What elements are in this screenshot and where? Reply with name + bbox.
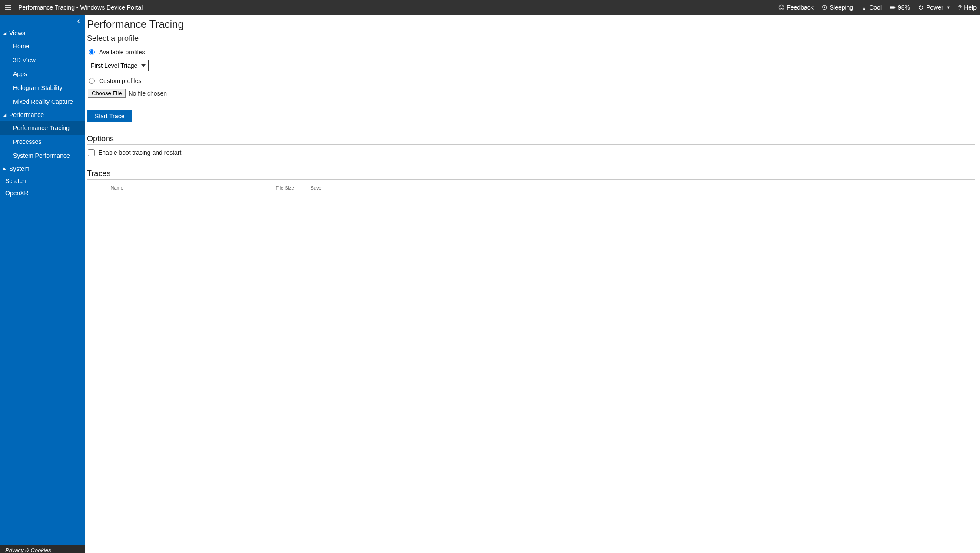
nav-group-label: Performance [9,111,44,118]
nav-group-label: Views [9,30,25,37]
th-blank[interactable] [87,184,107,192]
th-file-size[interactable]: File Size [272,184,307,192]
nav-item-openxr[interactable]: OpenXR [0,187,85,199]
profile-select[interactable]: First Level Triage [88,60,149,71]
file-status-text: No file chosen [128,90,167,97]
svg-point-0 [779,5,784,10]
nav-item-apps[interactable]: Apps [0,67,85,81]
radio-available-profiles[interactable]: Available profiles [89,49,975,56]
help-button[interactable]: ? Help [958,4,977,11]
thermal-status[interactable]: Cool [861,4,882,11]
radio-custom-label: Custom profiles [99,77,141,84]
traces-table: Name File Size Save [87,184,975,192]
chevron-down-icon: ▼ [947,5,950,10]
svg-rect-5 [890,7,894,8]
nav-group-label: System [9,165,30,172]
thermal-label: Cool [869,4,882,11]
feedback-button[interactable]: Feedback [778,4,813,11]
power-icon [918,4,924,10]
battery-label: 98% [898,4,910,11]
section-options: Options [87,134,975,145]
power-label: Power [926,4,943,11]
nav-item-system-performance[interactable]: System Performance [0,149,85,163]
nav-item-processes[interactable]: Processes [0,135,85,149]
thermometer-icon [861,4,867,10]
start-trace-button[interactable]: Start Trace [87,110,132,122]
radio-available-input[interactable] [89,49,95,55]
file-chooser-row: Choose File No file chosen [88,89,975,98]
boot-tracing-checkbox-row[interactable]: Enable boot tracing and restart [88,149,975,156]
chevron-left-icon [76,19,81,23]
triangle-down-icon: ◢ [3,113,8,117]
sidebar-nav: ◢ Views Home 3D View Apps Hologram Stabi… [0,15,85,545]
section-traces: Traces [87,169,975,180]
feedback-label: Feedback [787,4,813,11]
nav-item-mixed-reality-capture[interactable]: Mixed Reality Capture [0,95,85,109]
boot-tracing-label: Enable boot tracing and restart [98,149,181,156]
nav-item-3d-view[interactable]: 3D View [0,53,85,67]
th-name[interactable]: Name [107,184,272,192]
sidebar: ◢ Views Home 3D View Apps Hologram Stabi… [0,15,85,553]
svg-point-3 [863,8,865,10]
boot-tracing-checkbox[interactable] [88,149,95,156]
smiley-icon [778,4,784,10]
history-icon [821,4,827,10]
radio-custom-profiles[interactable]: Custom profiles [89,77,975,84]
nav-item-scratch[interactable]: Scratch [0,175,85,187]
battery-icon [890,4,896,10]
battery-status[interactable]: 98% [890,4,910,11]
radio-custom-input[interactable] [89,78,95,84]
window-title: Performance Tracing - Windows Device Por… [18,4,143,11]
th-save[interactable]: Save [307,184,975,192]
content-area: Performance Tracing Select a profile Ava… [85,15,980,553]
triangle-right-icon: ▶ [3,167,8,171]
question-icon: ? [958,4,962,11]
nav-item-home[interactable]: Home [0,39,85,53]
help-label: Help [964,4,977,11]
nav-group-system[interactable]: ▶ System [0,163,85,175]
nav-group-performance[interactable]: ◢ Performance [0,109,85,121]
power-menu[interactable]: Power ▼ [918,4,950,11]
nav-group-views[interactable]: ◢ Views [0,27,85,39]
nav-item-performance-tracing[interactable]: Performance Tracing [0,121,85,135]
section-select-profile: Select a profile [87,34,975,44]
sleeping-status[interactable]: Sleeping [821,4,854,11]
nav-item-hologram-stability[interactable]: Hologram Stability [0,81,85,95]
sidebar-collapse-button[interactable] [75,17,83,25]
radio-available-label: Available profiles [99,49,145,56]
svg-point-1 [781,7,781,7]
page-title: Performance Tracing [87,18,975,30]
privacy-cookies-link[interactable]: Privacy & Cookies [0,545,85,553]
sleeping-label: Sleeping [830,4,854,11]
top-bar: Performance Tracing - Windows Device Por… [0,0,980,15]
choose-file-button[interactable]: Choose File [88,89,126,98]
svg-point-2 [782,7,783,7]
svg-rect-6 [894,7,895,8]
hamburger-icon[interactable] [3,3,13,12]
triangle-down-icon: ◢ [3,31,8,35]
